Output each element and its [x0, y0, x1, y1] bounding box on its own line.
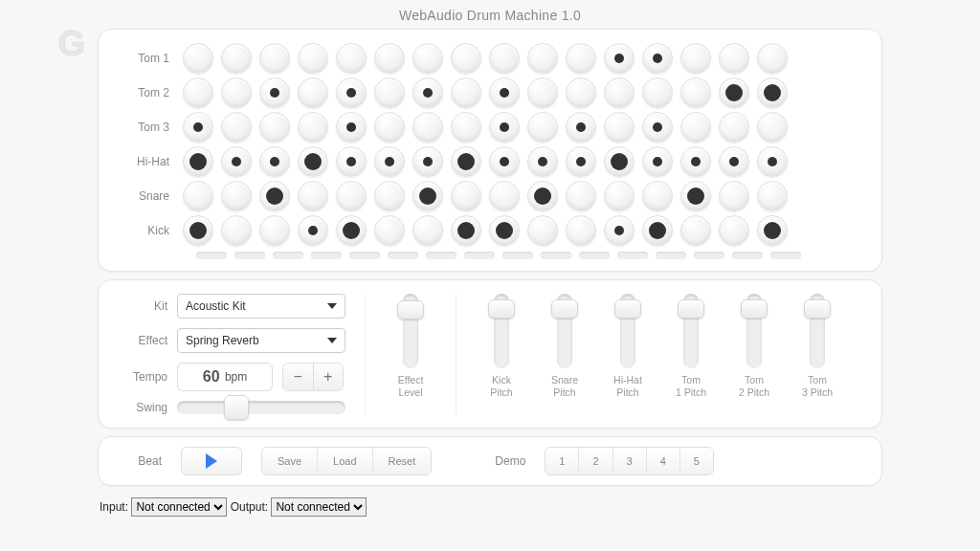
step-button[interactable] — [566, 146, 596, 177]
step-button[interactable] — [604, 43, 635, 74]
step-button[interactable] — [680, 77, 711, 108]
step-button[interactable] — [336, 43, 367, 74]
slider-track[interactable] — [810, 294, 825, 368]
step-button[interactable] — [221, 181, 252, 211]
step-button[interactable] — [719, 215, 749, 246]
step-button[interactable] — [451, 181, 481, 211]
step-button[interactable] — [451, 215, 481, 246]
step-button[interactable] — [642, 112, 673, 143]
step-button[interactable] — [183, 146, 213, 177]
tempo-increase-button[interactable]: + — [314, 364, 344, 390]
step-button[interactable] — [336, 215, 367, 246]
swing-slider[interactable] — [177, 401, 345, 414]
step-button[interactable] — [566, 43, 596, 74]
step-button[interactable] — [259, 215, 290, 246]
step-button[interactable] — [374, 77, 405, 108]
slider-track[interactable] — [746, 294, 762, 368]
step-button[interactable] — [719, 112, 749, 143]
step-button[interactable] — [719, 77, 749, 108]
step-button[interactable] — [221, 43, 252, 74]
step-button[interactable] — [336, 181, 367, 211]
step-button[interactable] — [719, 146, 749, 177]
step-button[interactable] — [527, 112, 558, 143]
step-button[interactable] — [451, 43, 481, 74]
demo-button[interactable]: 3 — [613, 448, 647, 474]
tempo-stepper[interactable]: − + — [282, 363, 344, 391]
step-button[interactable] — [451, 146, 481, 177]
step-button[interactable] — [604, 146, 635, 177]
step-button[interactable] — [604, 112, 635, 143]
step-button[interactable] — [642, 43, 673, 74]
swing-thumb[interactable] — [224, 395, 249, 420]
step-button[interactable] — [604, 181, 635, 211]
step-button[interactable] — [298, 215, 328, 246]
midi-output-select[interactable]: Not connected — [271, 497, 367, 517]
step-button[interactable] — [489, 181, 520, 211]
step-button[interactable] — [680, 43, 711, 74]
slider-thumb[interactable] — [741, 299, 768, 319]
step-button[interactable] — [642, 215, 673, 246]
step-button[interactable] — [527, 43, 558, 74]
slider-thumb[interactable] — [678, 299, 704, 319]
demo-button[interactable]: 2 — [579, 448, 612, 474]
step-button[interactable] — [757, 146, 788, 177]
step-button[interactable] — [412, 146, 443, 177]
reset-button[interactable]: Reset — [373, 448, 432, 474]
step-button[interactable] — [374, 146, 405, 177]
step-button[interactable] — [489, 43, 520, 74]
step-button[interactable] — [680, 112, 711, 143]
step-button[interactable] — [221, 146, 252, 177]
step-button[interactable] — [680, 215, 711, 246]
step-button[interactable] — [527, 77, 558, 108]
step-button[interactable] — [298, 77, 328, 108]
step-button[interactable] — [566, 112, 596, 143]
step-button[interactable] — [527, 215, 558, 246]
demo-button[interactable]: 5 — [680, 448, 713, 474]
step-button[interactable] — [527, 146, 558, 177]
step-button[interactable] — [374, 43, 405, 74]
tempo-decrease-button[interactable]: − — [283, 364, 314, 390]
slider-track[interactable] — [494, 294, 509, 368]
step-button[interactable] — [489, 146, 520, 177]
step-button[interactable] — [719, 43, 749, 74]
step-button[interactable] — [489, 77, 520, 108]
demo-button[interactable]: 4 — [647, 448, 680, 474]
step-button[interactable] — [298, 43, 328, 74]
step-button[interactable] — [221, 112, 252, 143]
step-button[interactable] — [221, 215, 252, 246]
step-button[interactable] — [642, 181, 673, 211]
step-button[interactable] — [298, 146, 328, 177]
slider-thumb[interactable] — [614, 299, 641, 319]
step-button[interactable] — [183, 112, 213, 143]
slider-thumb[interactable] — [488, 299, 515, 319]
step-button[interactable] — [374, 181, 405, 211]
step-button[interactable] — [259, 181, 290, 211]
step-button[interactable] — [336, 77, 367, 108]
step-button[interactable] — [757, 43, 788, 74]
step-button[interactable] — [336, 146, 367, 177]
step-button[interactable] — [604, 77, 635, 108]
step-button[interactable] — [719, 181, 749, 211]
step-button[interactable] — [566, 77, 596, 108]
step-button[interactable] — [183, 43, 213, 74]
demo-button[interactable]: 1 — [546, 448, 579, 474]
step-button[interactable] — [680, 181, 711, 211]
step-button[interactable] — [298, 181, 328, 211]
step-button[interactable] — [527, 181, 558, 211]
step-button[interactable] — [183, 77, 213, 108]
step-button[interactable] — [374, 215, 405, 246]
step-button[interactable] — [221, 77, 252, 108]
step-button[interactable] — [412, 112, 443, 143]
save-button[interactable]: Save — [262, 448, 318, 474]
step-button[interactable] — [566, 181, 596, 211]
slider-track[interactable] — [620, 294, 635, 368]
step-button[interactable] — [757, 112, 788, 143]
play-button[interactable] — [181, 447, 242, 475]
slider-track[interactable] — [557, 294, 572, 368]
step-button[interactable] — [451, 77, 481, 108]
step-button[interactable] — [259, 112, 290, 143]
step-button[interactable] — [183, 215, 213, 246]
load-button[interactable]: Load — [318, 448, 372, 474]
slider-track[interactable] — [403, 294, 418, 368]
step-button[interactable] — [259, 77, 290, 108]
